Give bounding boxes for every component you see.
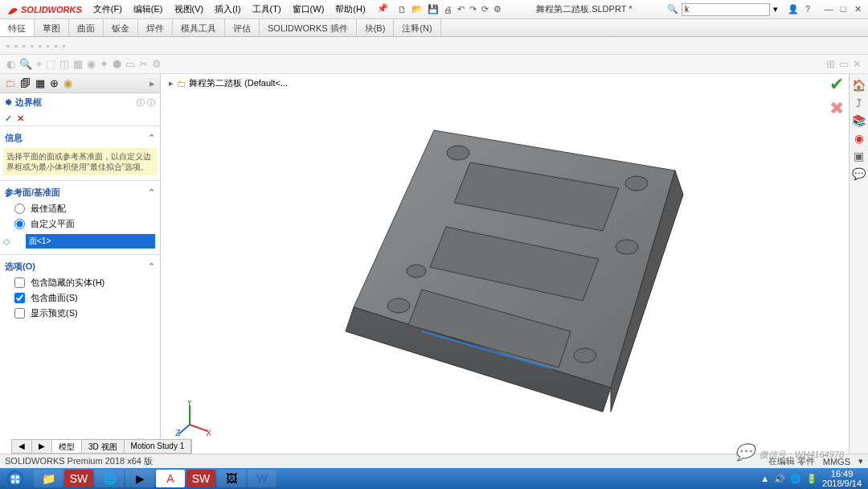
app-sw[interactable]: SW <box>64 470 93 487</box>
accept-icon[interactable]: ✔ <box>829 74 844 95</box>
tray-icon[interactable]: 🔋 <box>806 474 817 484</box>
tb-icon[interactable]: ▫ <box>14 41 18 51</box>
tab-motion[interactable]: Motion Study 1 <box>125 440 192 453</box>
tb-icon[interactable]: ▫ <box>31 41 34 51</box>
panel-help-icon[interactable]: ⓘ ⓘ <box>137 97 155 109</box>
tray-icon[interactable]: ▲ <box>760 474 769 483</box>
ok-button[interactable]: ✓ <box>5 113 12 124</box>
tb-icon[interactable]: ▫ <box>62 41 65 51</box>
chk-hidden[interactable] <box>14 277 25 288</box>
tb-icon[interactable]: ▫ <box>6 41 10 51</box>
chk-surface[interactable] <box>14 293 25 303</box>
view-icon[interactable]: ⌖ <box>36 58 42 71</box>
login-icon[interactable]: 👤 <box>788 4 799 14</box>
menu-file[interactable]: 文件(F) <box>88 1 127 18</box>
reject-icon[interactable]: ✖ <box>829 98 844 119</box>
tab-evaluate[interactable]: 评估 <box>225 19 260 36</box>
fm-tab-icon[interactable]: 🗀 <box>5 77 15 89</box>
expand-icon[interactable]: ▸ <box>169 78 174 88</box>
view-icon[interactable]: ⊞ <box>826 58 835 70</box>
tab-addins[interactable]: SOLIDWORKS 插件 <box>260 19 357 36</box>
forum-icon[interactable]: 💬 <box>852 167 866 180</box>
tab-3dview[interactable]: 3D 视图 <box>82 440 125 453</box>
chk-preview[interactable] <box>14 308 25 318</box>
app-explorer[interactable]: 📁 <box>34 470 63 487</box>
tab-sketch[interactable]: 草图 <box>35 19 69 36</box>
fm-tab-icon[interactable]: ⊕ <box>50 77 59 89</box>
status-units[interactable]: MMGS <box>823 457 850 466</box>
app-browser[interactable]: 🌐 <box>95 470 124 487</box>
tab-weldments[interactable]: 焊件 <box>138 19 173 36</box>
menu-help[interactable]: 帮助(H) <box>330 1 370 18</box>
view-icon[interactable]: ✂ <box>139 58 148 70</box>
selection-box[interactable]: 面<1> <box>26 234 155 249</box>
arrow-icon[interactable]: ⤴ <box>856 97 862 109</box>
collapse-icon[interactable]: ⌃ <box>148 187 155 198</box>
options-icon[interactable]: ⚙ <box>493 4 502 14</box>
close-button[interactable]: ✕ <box>852 4 863 14</box>
menu-view[interactable]: 视图(V) <box>170 1 209 18</box>
search-input[interactable] <box>682 3 770 16</box>
view-icon[interactable]: ✦ <box>100 58 108 70</box>
view-icon[interactable]: ▭ <box>839 58 849 70</box>
tab-features[interactable]: 特征 <box>0 19 35 36</box>
status-icon[interactable]: ▾ <box>858 456 863 466</box>
help-icon[interactable]: ? <box>802 4 813 14</box>
tb-icon[interactable]: ▫ <box>47 41 50 51</box>
menu-window[interactable]: 窗口(W) <box>288 1 330 18</box>
fm-tab-icon[interactable]: ◉ <box>63 77 72 89</box>
menu-tools[interactable]: 工具(T) <box>248 1 286 18</box>
tb-icon[interactable]: ▫ <box>39 41 42 51</box>
tray-icon[interactable]: 🔊 <box>774 474 785 484</box>
tb-icon[interactable]: ▫ <box>23 41 26 51</box>
app-sw2[interactable]: SW <box>186 470 215 487</box>
tab-mold[interactable]: 模具工具 <box>173 19 225 36</box>
undo-icon[interactable]: ↶ <box>457 4 465 14</box>
app-image[interactable]: 🖼 <box>217 470 246 487</box>
view-icon[interactable]: ◐ <box>6 58 15 70</box>
view-icon[interactable]: ◫ <box>59 58 69 70</box>
app-word[interactable]: W <box>248 470 276 487</box>
appearance-icon[interactable]: ◉ <box>854 132 864 145</box>
rebuild-icon[interactable]: ⟳ <box>481 4 489 14</box>
maximize-button[interactable]: □ <box>837 4 849 14</box>
tab-next[interactable]: ▶ <box>32 440 52 453</box>
open-icon[interactable]: 📂 <box>411 4 423 14</box>
cancel-button[interactable]: ✕ <box>17 113 24 124</box>
minimize-button[interactable]: — <box>823 4 834 14</box>
library-icon[interactable]: 📚 <box>852 114 866 127</box>
app-media[interactable]: ▶ <box>125 470 154 487</box>
search-dropdown-icon[interactable]: ▾ <box>773 4 778 14</box>
view-icon[interactable]: ⚙ <box>152 58 162 70</box>
fm-tab-icon[interactable]: ▦ <box>35 77 45 89</box>
tab-model[interactable]: 模型 <box>52 440 82 453</box>
view-icon[interactable]: 🔍 <box>19 58 32 70</box>
tab-prev[interactable]: ◀ <box>12 440 32 453</box>
collapse-icon[interactable]: ⌃ <box>148 133 155 143</box>
tree-root[interactable]: 舞程第二踏板 (Default<... <box>189 77 288 89</box>
tray-icon[interactable]: 🌐 <box>790 474 801 484</box>
start-button[interactable] <box>0 468 31 489</box>
tb-icon[interactable]: ▫ <box>54 41 57 51</box>
view-icon[interactable]: ⬚ <box>46 58 55 70</box>
orientation-triad[interactable]: YXZ <box>175 401 211 438</box>
app-autocad[interactable]: A <box>156 470 185 487</box>
view-icon[interactable]: ◉ <box>87 58 96 70</box>
fm-tab-icon[interactable]: 🗐 <box>20 77 31 89</box>
tab-blocks[interactable]: 块(B) <box>357 19 395 36</box>
view-icon[interactable]: ▦ <box>73 58 83 70</box>
tab-annotate[interactable]: 注释(N) <box>394 19 440 36</box>
menu-insert[interactable]: 插入(I) <box>210 1 245 18</box>
view-icon[interactable]: ▭ <box>125 58 135 70</box>
new-icon[interactable]: 🗋 <box>398 5 407 14</box>
radio-bestfit[interactable] <box>14 203 25 214</box>
view-icon[interactable]: ⬢ <box>113 58 121 70</box>
collapse-icon[interactable]: ⌃ <box>148 261 155 272</box>
menu-pin-icon[interactable]: 📌 <box>372 1 393 18</box>
print-icon[interactable]: 🖨 <box>444 5 452 14</box>
home-icon[interactable]: 🏠 <box>852 79 866 92</box>
graphics-area[interactable]: ▸ 🗀 舞程第二踏板 (Default<... <box>161 74 849 454</box>
custom-icon[interactable]: ▣ <box>854 150 864 162</box>
save-icon[interactable]: 💾 <box>428 4 439 14</box>
tab-surfaces[interactable]: 曲面 <box>69 19 104 36</box>
